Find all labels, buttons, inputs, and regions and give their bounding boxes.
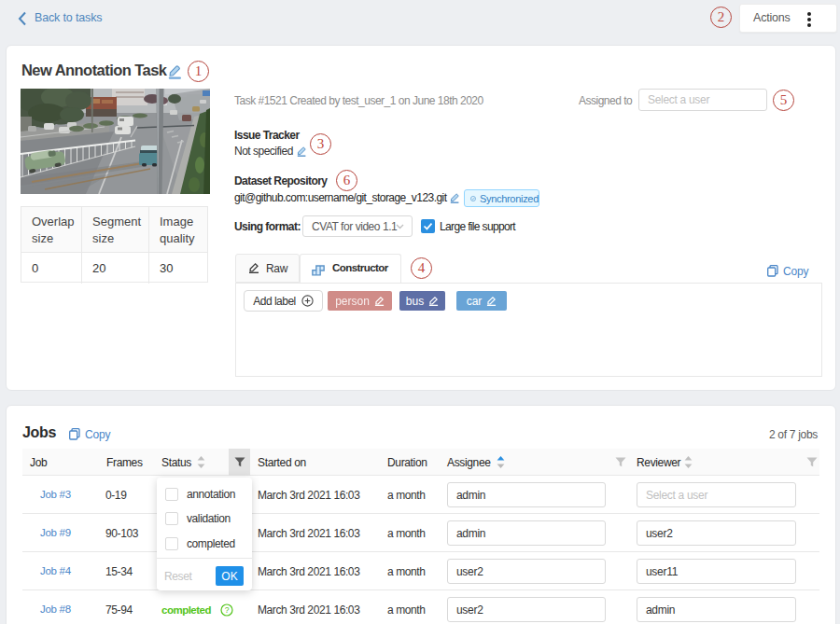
svg-text:?: ?: [225, 605, 230, 615]
